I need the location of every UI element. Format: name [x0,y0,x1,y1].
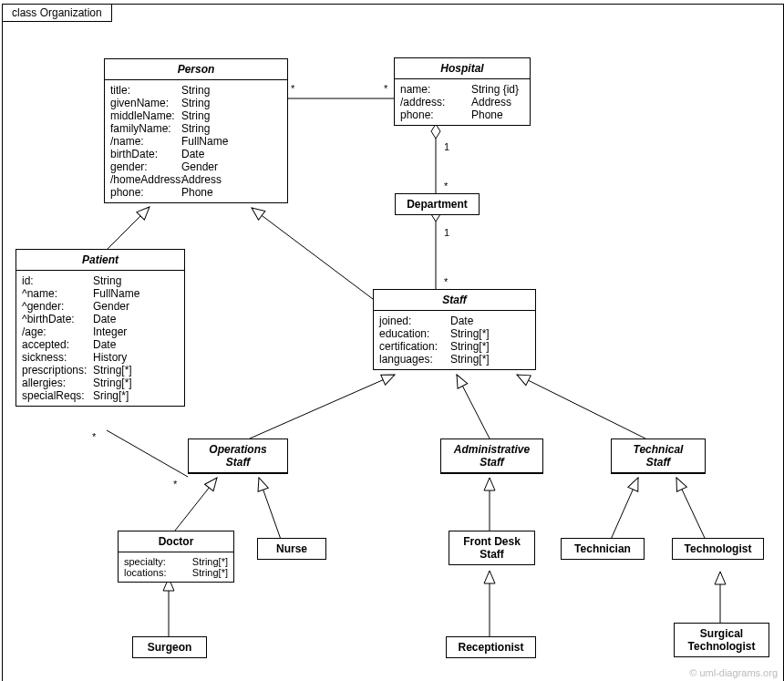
class-admin-title: Administrative Staff [441,439,542,473]
svg-line-5 [250,375,395,439]
class-department-title: Department [396,194,479,214]
attr-type: String[*] [192,556,228,567]
attr-name: gender: [110,160,181,173]
class-operations-staff: Operations Staff [188,439,288,474]
class-administrative-staff: Administrative Staff [440,439,543,474]
attr-name: phone: [110,186,181,199]
svg-line-9 [175,478,217,531]
attr-type: String[*] [93,364,179,377]
attr-name: /name: [110,135,181,148]
attr-name: /address: [400,96,471,108]
class-hospital-title: Hospital [395,58,530,79]
attr-name: certification: [379,340,450,353]
class-nurse: Nurse [257,538,326,560]
attr-row: familyName:String [110,122,282,135]
frame-title: class Organization [2,4,112,22]
attr-name: birthDate: [110,148,181,160]
class-ops-title: Operations Staff [189,439,287,473]
attr-name: allergies: [22,377,93,389]
attr-type: Date [93,313,179,325]
attr-type: String[*] [450,353,530,366]
attr-name: locations: [124,567,192,578]
attr-row: /name:FullName [110,135,282,148]
attr-type: FullName [93,287,179,300]
attr-row: specialty:String[*] [124,556,228,567]
class-surgtech-title: Surgical Technologist [675,624,769,656]
class-front-desk-staff: Front Desk Staff [449,531,535,565]
mult-patient-ops-left: * [92,431,96,442]
attr-row: certification:String[*] [379,340,530,353]
attr-name: id: [22,274,93,287]
attr-type: String [93,274,179,287]
class-department: Department [395,193,480,215]
attr-name: sickness: [22,351,93,364]
attr-type: FullName [181,135,282,148]
attr-name: ^birthDate: [22,313,93,325]
attr-type: String[*] [192,567,228,578]
attr-type: String[*] [450,327,530,340]
attr-row: allergies:String[*] [22,377,179,389]
mult-dept-staff-top: 1 [444,227,449,238]
attr-row: prescriptions:String[*] [22,364,179,377]
attr-type: String [181,109,282,122]
attr-row: id:String [22,274,179,287]
attr-row: ^birthDate:Date [22,313,179,325]
attr-row: sickness:History [22,351,179,364]
mult-hospital-dept-bottom: * [444,181,448,191]
svg-line-8 [107,430,188,477]
attr-row: locations:String[*] [124,567,228,578]
class-frontdesk-title: Front Desk Staff [449,531,534,564]
attr-type: Phone [471,108,524,121]
watermark: © uml-diagrams.org [689,667,778,678]
class-technician-title: Technician [562,539,644,559]
class-technologist-title: Technologist [673,539,763,559]
attr-type: Address [181,173,282,186]
class-staff-title: Staff [374,290,535,311]
class-person-body: title:StringgivenName:StringmiddleName:S… [105,80,287,202]
mult-patient-ops-right: * [173,479,177,490]
attr-row: specialReqs:Sring[*] [22,389,179,402]
attr-row: languages:String[*] [379,353,530,366]
class-tech-title: Technical Staff [612,439,705,473]
class-hospital-body: name:String {id}/address:Addressphone:Ph… [395,79,530,125]
attr-name: phone: [400,108,471,121]
attr-row: accepted:Date [22,338,179,351]
attr-name: joined: [379,315,450,327]
attr-type: Date [93,338,179,351]
mult-person-hospital-right: * [384,83,387,94]
attr-row: title:String [110,84,282,97]
attr-type: String [181,122,282,135]
class-receptionist-title: Receptionist [447,637,535,657]
attr-name: languages: [379,353,450,366]
attr-type: String {id} [471,83,524,96]
class-person-title: Person [105,59,287,80]
class-receptionist: Receptionist [446,636,536,658]
svg-line-3 [108,207,150,249]
attr-row: phone:Phone [400,108,524,121]
attr-row: /address:Address [400,96,524,108]
attr-type: History [93,351,179,364]
attr-row: education:String[*] [379,327,530,340]
attr-name: familyName: [110,122,181,135]
attr-name: accepted: [22,338,93,351]
attr-type: String[*] [450,340,530,353]
attr-row: /age:Integer [22,325,179,338]
class-staff-body: joined:Dateeducation:String[*]certificat… [374,311,535,369]
attr-row: ^gender:Gender [22,300,179,313]
class-technician: Technician [561,538,645,560]
attr-type: Gender [93,300,179,313]
attr-name: middleName: [110,109,181,122]
attr-name: title: [110,84,181,97]
class-surgeon-title: Surgeon [133,637,206,657]
attr-name: givenName: [110,97,181,109]
attr-type: String [181,97,282,109]
svg-line-7 [517,375,645,439]
attr-type: Gender [181,160,282,173]
mult-person-hospital-left: * [291,83,294,94]
class-doctor-body: specialty:String[*]locations:String[*] [119,552,233,582]
class-person: Person title:StringgivenName:Stringmiddl… [104,58,288,203]
attr-row: ^name:FullName [22,287,179,300]
attr-name: /homeAddress: [110,173,181,186]
class-patient-title: Patient [16,250,184,271]
attr-row: givenName:String [110,97,282,109]
